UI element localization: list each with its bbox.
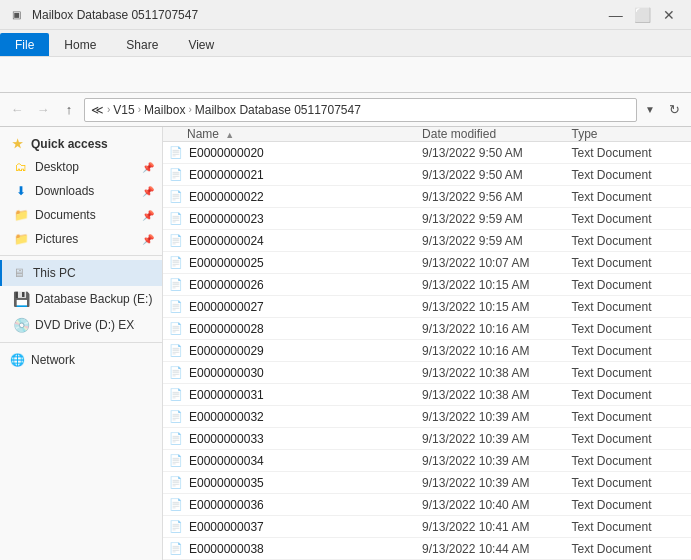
file-date: 9/13/2022 9:59 AM: [422, 212, 571, 226]
file-name: E0000000032: [189, 410, 264, 424]
file-date: 9/13/2022 10:40 AM: [422, 498, 571, 512]
refresh-button[interactable]: ↻: [663, 99, 685, 121]
table-row[interactable]: 📄 E0000000036 9/13/2022 10:40 AM Text Do…: [163, 494, 691, 516]
this-pc-header[interactable]: 🖥 This PC: [0, 260, 162, 286]
file-name: E0000000024: [189, 234, 264, 248]
file-date: 9/13/2022 10:39 AM: [422, 476, 571, 490]
text-file-icon: 📄: [167, 518, 185, 536]
table-row[interactable]: 📄 E0000000023 9/13/2022 9:59 AM Text Doc…: [163, 208, 691, 230]
file-type: Text Document: [571, 454, 691, 468]
sidebar-pictures-label: Pictures: [35, 232, 78, 246]
sidebar-item-documents[interactable]: 📁 Documents 📌: [0, 203, 162, 227]
quick-access-label: Quick access: [31, 137, 108, 151]
file-name: E0000000036: [189, 498, 264, 512]
window-icon: ▣: [8, 7, 24, 23]
path-segment-mailbox: Mailbox: [144, 103, 185, 117]
desktop-pin-icon: 📌: [142, 162, 154, 173]
tab-file[interactable]: File: [0, 33, 49, 56]
file-rows-container: 📄 E0000000020 9/13/2022 9:50 AM Text Doc…: [163, 142, 691, 560]
table-row[interactable]: 📄 E0000000022 9/13/2022 9:56 AM Text Doc…: [163, 186, 691, 208]
text-file-icon: 📄: [167, 386, 185, 404]
file-date: 9/13/2022 10:07 AM: [422, 256, 571, 270]
file-date: 9/13/2022 10:39 AM: [422, 410, 571, 424]
forward-button[interactable]: →: [32, 99, 54, 121]
table-row[interactable]: 📄 E0000000030 9/13/2022 10:38 AM Text Do…: [163, 362, 691, 384]
sort-arrow-name: ▲: [225, 130, 234, 140]
file-type: Text Document: [571, 366, 691, 380]
sidebar-item-dvd-drive[interactable]: 💿 DVD Drive (D:) EXCHA: [0, 312, 162, 338]
file-date: 9/13/2022 9:56 AM: [422, 190, 571, 204]
text-file-icon: 📄: [167, 496, 185, 514]
sidebar-documents-label: Documents: [35, 208, 96, 222]
file-date: 9/13/2022 10:15 AM: [422, 278, 571, 292]
table-row[interactable]: 📄 E0000000024 9/13/2022 9:59 AM Text Doc…: [163, 230, 691, 252]
pictures-pin-icon: 📌: [142, 234, 154, 245]
file-date: 9/13/2022 10:16 AM: [422, 344, 571, 358]
col-header-date[interactable]: Date modified: [422, 127, 571, 141]
file-name: E0000000037: [189, 520, 264, 534]
text-file-icon: 📄: [167, 188, 185, 206]
dvd-drive-icon: 💿: [12, 316, 30, 334]
table-row[interactable]: 📄 E0000000035 9/13/2022 10:39 AM Text Do…: [163, 472, 691, 494]
content-area: Name ▲ Date modified Type 📄 E0000000020 …: [163, 127, 691, 560]
table-row[interactable]: 📄 E0000000028 9/13/2022 10:16 AM Text Do…: [163, 318, 691, 340]
ribbon: File Home Share View: [0, 30, 691, 93]
file-type: Text Document: [571, 388, 691, 402]
address-path[interactable]: ≪ › V15 › Mailbox › Mailbox Database 051…: [84, 98, 637, 122]
tab-view[interactable]: View: [173, 33, 229, 56]
file-type: Text Document: [571, 146, 691, 160]
table-row[interactable]: 📄 E0000000026 9/13/2022 10:15 AM Text Do…: [163, 274, 691, 296]
table-row[interactable]: 📄 E0000000033 9/13/2022 10:39 AM Text Do…: [163, 428, 691, 450]
tab-share[interactable]: Share: [111, 33, 173, 56]
table-row[interactable]: 📄 E0000000034 9/13/2022 10:39 AM Text Do…: [163, 450, 691, 472]
table-row[interactable]: 📄 E0000000031 9/13/2022 10:38 AM Text Do…: [163, 384, 691, 406]
file-name: E0000000022: [189, 190, 264, 204]
network-header[interactable]: 🌐 Network: [0, 347, 162, 371]
table-row[interactable]: 📄 E0000000027 9/13/2022 10:15 AM Text Do…: [163, 296, 691, 318]
file-date: 9/13/2022 10:15 AM: [422, 300, 571, 314]
table-row[interactable]: 📄 E0000000020 9/13/2022 9:50 AM Text Doc…: [163, 142, 691, 164]
path-segment-v15: ≪: [91, 103, 104, 117]
back-button[interactable]: ←: [6, 99, 28, 121]
text-file-icon: 📄: [167, 298, 185, 316]
address-dropdown[interactable]: ▼: [641, 104, 659, 115]
col-header-name[interactable]: Name ▲: [163, 127, 422, 141]
sidebar-item-downloads[interactable]: ⬇ Downloads 📌: [0, 179, 162, 203]
file-date: 9/13/2022 10:44 AM: [422, 542, 571, 556]
table-row[interactable]: 📄 E0000000025 9/13/2022 10:07 AM Text Do…: [163, 252, 691, 274]
sidebar-item-database-backup[interactable]: 💾 Database Backup (E:): [0, 286, 162, 312]
file-date: 9/13/2022 10:16 AM: [422, 322, 571, 336]
database-backup-drive-icon: 💾: [12, 290, 30, 308]
file-type: Text Document: [571, 190, 691, 204]
file-date: 9/13/2022 10:38 AM: [422, 366, 571, 380]
file-type: Text Document: [571, 542, 691, 556]
sidebar-separator-2: [0, 342, 162, 343]
table-row[interactable]: 📄 E0000000021 9/13/2022 9:50 AM Text Doc…: [163, 164, 691, 186]
file-name: E0000000034: [189, 454, 264, 468]
quick-access-icon: ★: [8, 135, 26, 153]
text-file-icon: 📄: [167, 364, 185, 382]
col-header-type[interactable]: Type: [571, 127, 691, 141]
desktop-folder-icon: 🗂: [12, 158, 30, 176]
file-date: 9/13/2022 10:39 AM: [422, 432, 571, 446]
file-date: 9/13/2022 10:41 AM: [422, 520, 571, 534]
sidebar-downloads-label: Downloads: [35, 184, 94, 198]
ribbon-commands: [0, 56, 691, 92]
table-row[interactable]: 📄 E0000000032 9/13/2022 10:39 AM Text Do…: [163, 406, 691, 428]
table-row[interactable]: 📄 E0000000037 9/13/2022 10:41 AM Text Do…: [163, 516, 691, 538]
sidebar-item-pictures[interactable]: 📁 Pictures 📌: [0, 227, 162, 251]
quick-access-header[interactable]: ★ Quick access: [0, 131, 162, 155]
pictures-folder-icon: 📁: [12, 230, 30, 248]
title-bar-controls[interactable]: — ⬜ ✕: [601, 5, 683, 25]
network-icon: 🌐: [8, 351, 26, 369]
table-row[interactable]: 📄 E0000000038 9/13/2022 10:44 AM Text Do…: [163, 538, 691, 560]
file-name: E0000000026: [189, 278, 264, 292]
sidebar-item-desktop[interactable]: 🗂 Desktop 📌: [0, 155, 162, 179]
table-row[interactable]: 📄 E0000000029 9/13/2022 10:16 AM Text Do…: [163, 340, 691, 362]
tab-home[interactable]: Home: [49, 33, 111, 56]
text-file-icon: 📄: [167, 452, 185, 470]
file-date: 9/13/2022 9:50 AM: [422, 168, 571, 182]
file-type: Text Document: [571, 498, 691, 512]
this-pc-label: This PC: [33, 266, 76, 280]
up-button[interactable]: ↑: [58, 99, 80, 121]
